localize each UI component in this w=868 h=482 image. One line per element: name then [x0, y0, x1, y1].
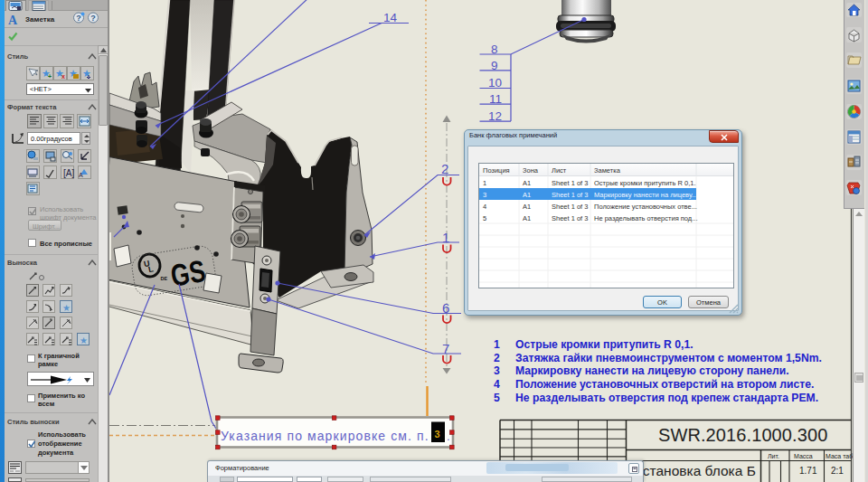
svg-text:8: 8	[491, 43, 498, 56]
svg-text:10: 10	[488, 76, 502, 90]
svg-text:Маркировку нанести на лицевую: Маркировку нанести на лицевую сторону па…	[515, 364, 789, 377]
svg-text:Масса: Масса	[794, 453, 813, 459]
svg-text:2: 2	[494, 352, 500, 364]
svg-text:Sheet 1 of 3: Sheet 1 of 3	[552, 179, 588, 187]
svg-text:1: 1	[494, 338, 500, 351]
svg-text:A1: A1	[523, 191, 531, 199]
svg-text:Маса таб: Маса таб	[826, 453, 853, 459]
svg-text:2:1: 2:1	[831, 466, 844, 476]
svg-text:Положение установочных отве...: Положение установочных отве...	[594, 203, 697, 211]
svg-text:1.71: 1.71	[799, 466, 817, 476]
svg-text:Sheet 1 of 3: Sheet 1 of 3	[552, 191, 588, 199]
svg-text:Лит.: Лит.	[768, 453, 779, 459]
svg-text:Затяжка гайки пневмоинструмент: Затяжка гайки пневмоинструментом с момен…	[515, 352, 822, 364]
svg-text:3: 3	[483, 191, 486, 199]
svg-text:1: 1	[442, 230, 449, 245]
svg-text:Не разделывать отверстия под..: Не разделывать отверстия под...	[594, 214, 698, 222]
svg-text:Положение установочных отверст: Положение установочных отверстий на втор…	[515, 378, 815, 391]
svg-text:x: x	[61, 73, 65, 80]
svg-text:?: ?	[90, 14, 96, 23]
svg-text:Sheet 1 of 3: Sheet 1 of 3	[552, 214, 588, 222]
svg-text:★: ★	[62, 303, 71, 313]
svg-text:DE: DE	[161, 276, 168, 281]
svg-text:A1: A1	[523, 203, 531, 211]
svg-text:Не разделывать отверстия под к: Не разделывать отверстия под крепеж стан…	[515, 392, 818, 404]
svg-text:7: 7	[442, 341, 449, 356]
svg-text:3: 3	[494, 364, 500, 377]
svg-text:Лист: Лист	[552, 166, 567, 175]
svg-text:1: 1	[483, 179, 486, 187]
svg-text:Указания по маркировке см. п.: Указания по маркировке см. п.	[221, 429, 429, 443]
svg-text:2: 2	[441, 161, 448, 176]
svg-text:Маркировку нанести на лицеву..: Маркировку нанести на лицеву...	[594, 191, 697, 199]
svg-text:Sheet 1 of 3: Sheet 1 of 3	[552, 203, 588, 211]
svg-text:Установка блока Б: Установка блока Б	[635, 463, 756, 478]
svg-text:Зона: Зона	[523, 166, 539, 175]
svg-text:★: ★	[80, 336, 88, 345]
svg-text:5: 5	[483, 214, 486, 222]
svg-text:4: 4	[483, 203, 486, 211]
svg-text:?: ?	[76, 14, 81, 23]
svg-text:Острые кромки притупить R 0,1.: Острые кромки притупить R 0,1.	[594, 179, 696, 187]
svg-text:A: A	[8, 14, 18, 26]
svg-text:14: 14	[383, 11, 398, 24]
svg-text:6: 6	[442, 300, 449, 316]
svg-text:4: 4	[494, 378, 500, 391]
svg-text:.: .	[447, 430, 450, 443]
svg-text:A: A	[79, 172, 83, 178]
svg-text:12: 12	[488, 109, 502, 123]
svg-text:A1: A1	[523, 214, 531, 222]
svg-text:5: 5	[494, 392, 500, 404]
svg-text:+: +	[48, 73, 52, 80]
svg-text:11: 11	[489, 92, 502, 106]
svg-text:A1: A1	[523, 179, 531, 187]
svg-text:3: 3	[435, 429, 440, 439]
svg-text:9: 9	[491, 59, 498, 72]
svg-text:Острые кромки притупить R 0,1.: Острые кромки притупить R 0,1.	[515, 338, 693, 351]
svg-text:SWR.2016.1000.300: SWR.2016.1000.300	[658, 425, 827, 445]
svg-text:[A]: [A]	[63, 168, 74, 178]
svg-text:Заметка: Заметка	[594, 166, 621, 175]
svg-text:Позиция: Позиция	[483, 166, 510, 175]
